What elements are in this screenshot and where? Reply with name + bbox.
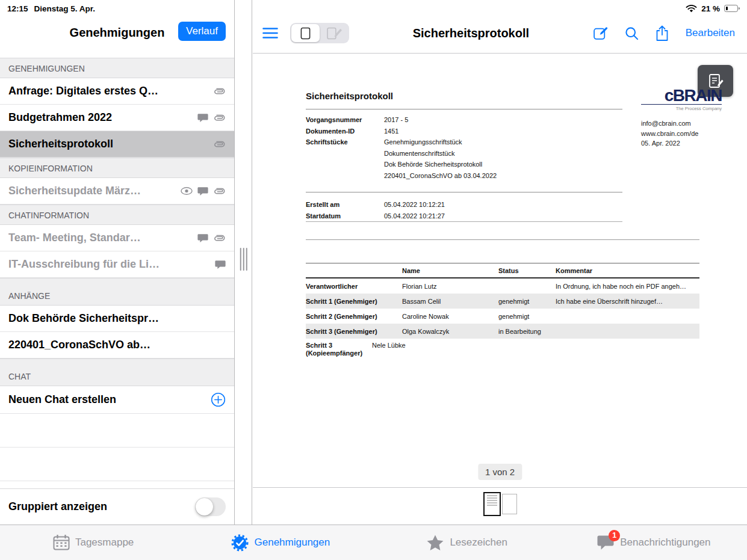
sidebar-item-it-ausschreibung[interactable]: IT-Ausschreibung für die Li… [0,251,234,278]
logo-tagline: The Process Company [641,106,722,111]
table-row: Verantwortlicher Florian Lutz In Ordnung… [306,278,699,294]
approval-table-header: Name Status Kommentar [306,263,699,278]
app-window: 12:15 Dienstag 5. Apr. 21 % Genehmigunge… [0,0,747,560]
sidebar-item-dok-behoerde[interactable]: Dok Behörde Sicherheitspr… [0,306,234,332]
edit-page-icon [326,27,342,40]
annotation-view-segment[interactable] [320,24,348,42]
contact-block: info@cbrain.com www.cbrain.com/de 05. Ap… [641,118,698,149]
view-mode-segmented-control [290,23,349,43]
tab-label: Genehmigungen [255,537,330,549]
empty-row [0,448,234,481]
paperclip-icon [213,234,226,242]
search-button[interactable] [625,26,639,40]
sidebar-item-team-meeting[interactable]: Team- Meeting, Standar… [0,225,234,251]
cbrain-logo: cBRAIN The Process Company [641,87,722,111]
sidebar-item-label: Team- Meeting, Standar… [8,232,141,244]
chat-icon [197,113,208,123]
approval-table: Name Status Kommentar Verantwortlicher F… [306,263,699,363]
field-value: 05.04.2022 10:12:21 [384,199,445,211]
paperclip-icon [213,114,226,122]
sidebar-item-budgetrahmen[interactable]: Budgetrahmen 2022 [0,105,234,131]
divider [306,239,699,240]
compose-button[interactable] [593,26,608,41]
star-icon [426,534,444,551]
new-chat-button[interactable]: Neuen Chat erstellen [0,386,234,414]
paperclip-icon [213,87,226,96]
table-row: Schritt 3 (Genehmiger) Olga Kowalczyk in… [306,324,699,339]
sidebar-item-anfrage[interactable]: Anfrage: Digitales erstes Q… [0,78,234,105]
notification-badge: 1 [609,530,620,541]
tab-bar: Tagesmappe Genehmigungen Lesezeichen 1 [0,525,747,560]
hamburger-icon [262,27,278,39]
paperclip-icon [213,187,226,195]
tab-tagesmappe[interactable]: Tagesmappe [0,525,187,560]
document-metadata: Vorgangsnummer 2017 - 5 Dokumenten-ID 14… [306,114,634,181]
battery-icon [724,5,740,12]
field-value: 1451 [384,126,398,137]
wifi-icon [686,4,697,13]
page-thumbnail-2[interactable] [502,494,517,514]
sidebar-item-label: Sicherheitsupdate März… [8,185,141,197]
battery-percent: 21 % [701,4,720,13]
group-toggle-label: Gruppiert anzeigen [8,500,107,513]
document-page-icon [300,27,311,40]
sidebar-item-label: Sicherheitsprotokoll [8,138,113,150]
sidebar-item-label: Dok Behörde Sicherheitspr… [8,312,159,325]
document-view: Sicherheitsprotokoll Vorgangsnummer 2017… [253,54,747,525]
section-header-chatinformation: CHATINFORMATION [0,205,234,225]
edit-button[interactable]: Bearbeiten [686,27,735,39]
divider [253,487,747,488]
field-value: 05.04.2022 10:21:27 [384,211,445,222]
contact-web: www.cbrain.com/de [641,129,698,139]
tab-benachrichtigungen[interactable]: 1 Benachrichtigungen [560,525,747,560]
main-panel: Sicherheitsprotokoll Bearbeiten [253,0,747,525]
col-header-kommentar: Kommentar [556,267,699,274]
add-circle-icon [211,392,226,407]
document-view-segment[interactable] [291,24,320,42]
chat-icon [197,233,208,243]
empty-row [0,414,234,448]
menu-button[interactable] [262,27,278,39]
toolbar-actions: Bearbeiten [593,25,737,42]
calendar-icon [53,535,70,550]
document-title-header: Sicherheitsprotokoll [359,26,583,40]
tab-lesezeichen[interactable]: Lesezeichen [374,525,560,560]
sidebar-item-sicherheitsupdate[interactable]: Sicherheitsupdate März… [0,178,234,205]
logo-text: cBRAIN [641,87,722,105]
col-header-status: Status [498,267,556,274]
chat-icon [197,186,208,196]
tab-genehmigungen[interactable]: Genehmigungen [187,525,373,560]
table-row: Schritt 1 (Genehmiger) Bassam Celil gene… [306,294,699,309]
sidebar-item-label: Budgetrahmen 2022 [8,111,112,124]
col-header-name: Name [402,267,498,274]
history-button[interactable]: Verlauf [178,22,226,41]
divider [306,221,622,222]
sidebar-title: Genehmigungen [70,26,165,40]
page-thumbnails [483,492,517,516]
share-button[interactable] [656,25,669,42]
tab-label: Tagesmappe [75,537,134,549]
sidebar-header: Genehmigungen Verlauf [0,17,234,48]
group-toggle-switch[interactable] [195,497,226,516]
tab-label: Benachrichtigungen [620,537,710,549]
chat-icon [215,260,226,269]
field-label: Vorgangsnummer [306,114,384,126]
page-thumbnail-1[interactable] [483,492,501,516]
split-drag-handle[interactable] [240,248,247,271]
field-label: Erstellt am [306,199,384,211]
field-label: Schriftstücke [306,137,384,181]
sidebar-item-label: Anfrage: Digitales erstes Q… [8,85,158,97]
group-display-row: Gruppiert anzeigen [0,488,234,525]
sidebar-item-sicherheitsprotokoll[interactable]: Sicherheitsprotokoll [0,131,234,158]
document-title: Sicherheitsprotokoll [306,91,393,101]
sidebar-list: GENEHMIGUNGEN Anfrage: Digitales erstes … [0,58,234,481]
share-icon [656,25,669,42]
sidebar-item-coronaschvo[interactable]: 220401_CoronaSchVO ab… [0,332,234,358]
section-header-kopieinformation: KOPIEINFORMATION [0,158,234,178]
tab-label: Lesezeichen [450,537,507,549]
sidebar-item-label: IT-Ausschreibung für die Li… [8,258,160,271]
search-icon [625,26,639,40]
status-bar: 12:15 Dienstag 5. Apr. 21 % [0,0,747,16]
divider [306,109,622,109]
contact-email: info@cbrain.com [641,118,698,129]
